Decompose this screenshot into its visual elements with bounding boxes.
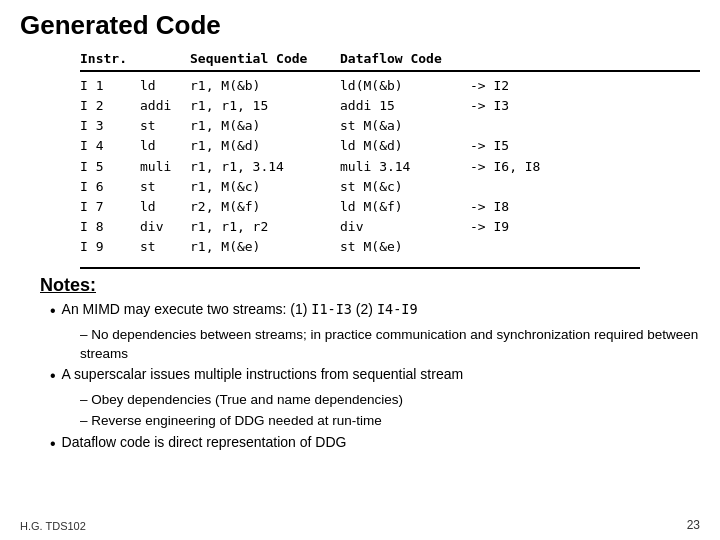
bullet-2: • A superscalar issues multiple instruct… bbox=[40, 365, 700, 387]
mono-2: I4-I9 bbox=[377, 301, 418, 317]
cell-instr: I 2 bbox=[80, 96, 140, 116]
cell-gap bbox=[320, 217, 340, 237]
cell-instr: I 6 bbox=[80, 177, 140, 197]
table-row: I 8 div r1, r1, r2 div -> I9 bbox=[80, 217, 700, 237]
cell-df-result: -> I5 bbox=[470, 136, 570, 156]
cell-seq-op: addi bbox=[140, 96, 190, 116]
cell-df-result bbox=[470, 177, 570, 197]
cell-gap bbox=[320, 116, 340, 136]
cell-seq-args: r1, M(&c) bbox=[190, 177, 320, 197]
bullet-dot-1: • bbox=[50, 300, 56, 322]
cell-seq-op: ld bbox=[140, 76, 190, 96]
cell-gap bbox=[320, 96, 340, 116]
cell-df-op: st M(&a) bbox=[340, 116, 470, 136]
col-header-seq-label: Sequential Code bbox=[190, 51, 320, 66]
bullet-1-text: An MIMD may execute two streams: (1) I1-… bbox=[62, 300, 418, 320]
footer-right: 23 bbox=[687, 518, 700, 532]
table-row: I 7 ld r2, M(&f) ld M(&f) -> I8 bbox=[80, 197, 700, 217]
cell-seq-args: r1, M(&a) bbox=[190, 116, 320, 136]
cell-df-result: -> I3 bbox=[470, 96, 570, 116]
cell-df-result: -> I2 bbox=[470, 76, 570, 96]
section-divider bbox=[80, 267, 640, 269]
cell-seq-args: r1, r1, 3.14 bbox=[190, 157, 320, 177]
col-header-seq bbox=[140, 51, 190, 66]
cell-df-result: -> I8 bbox=[470, 197, 570, 217]
table-header: Instr. Sequential Code Dataflow Code bbox=[80, 51, 700, 72]
table-row: I 9 st r1, M(&e) st M(&e) bbox=[80, 237, 700, 257]
cell-df-result: -> I9 bbox=[470, 217, 570, 237]
table-row: I 5 muli r1, r1, 3.14 muli 3.14 -> I6, I… bbox=[80, 157, 700, 177]
cell-gap bbox=[320, 76, 340, 96]
bullet-dot-3: • bbox=[50, 433, 56, 455]
cell-df-op: ld M(&d) bbox=[340, 136, 470, 156]
cell-instr: I 5 bbox=[80, 157, 140, 177]
cell-df-op: ld M(&f) bbox=[340, 197, 470, 217]
bullet-3: • Dataflow code is direct representation… bbox=[40, 433, 700, 455]
footer-left: H.G. TDS102 bbox=[20, 520, 86, 532]
table-row: I 4 ld r1, M(&d) ld M(&d) -> I5 bbox=[80, 136, 700, 156]
cell-df-op: addi 15 bbox=[340, 96, 470, 116]
table-row: I 2 addi r1, r1, 15 addi 15 -> I3 bbox=[80, 96, 700, 116]
bullet-1: • An MIMD may execute two streams: (1) I… bbox=[40, 300, 700, 322]
cell-seq-op: st bbox=[140, 237, 190, 257]
cell-seq-args: r2, M(&f) bbox=[190, 197, 320, 217]
cell-gap bbox=[320, 136, 340, 156]
notes-title: Notes: bbox=[40, 275, 700, 296]
cell-instr: I 1 bbox=[80, 76, 140, 96]
cell-gap bbox=[320, 237, 340, 257]
cell-seq-op: st bbox=[140, 177, 190, 197]
cell-seq-op: muli bbox=[140, 157, 190, 177]
cell-instr: I 4 bbox=[80, 136, 140, 156]
cell-seq-op: div bbox=[140, 217, 190, 237]
col-header-df: Dataflow Code bbox=[340, 51, 470, 66]
cell-instr: I 9 bbox=[80, 237, 140, 257]
page: Generated Code Instr. Sequential Code Da… bbox=[0, 0, 720, 540]
code-table: Instr. Sequential Code Dataflow Code I 1… bbox=[80, 51, 700, 257]
cell-df-result bbox=[470, 116, 570, 136]
cell-gap bbox=[320, 197, 340, 217]
cell-seq-op: ld bbox=[140, 197, 190, 217]
cell-seq-args: r1, r1, r2 bbox=[190, 217, 320, 237]
table-body: I 1 ld r1, M(&b) ld(M(&b) -> I2 I 2 addi… bbox=[80, 76, 700, 257]
table-row: I 3 st r1, M(&a) st M(&a) bbox=[80, 116, 700, 136]
page-title: Generated Code bbox=[20, 10, 700, 41]
cell-seq-args: r1, M(&d) bbox=[190, 136, 320, 156]
cell-seq-args: r1, M(&e) bbox=[190, 237, 320, 257]
cell-seq-args: r1, r1, 15 bbox=[190, 96, 320, 116]
cell-instr: I 3 bbox=[80, 116, 140, 136]
col-gap bbox=[320, 51, 340, 66]
sub-bullet-1-1: No dependencies between streams; in prac… bbox=[80, 326, 700, 364]
cell-df-op: st M(&c) bbox=[340, 177, 470, 197]
bullet-2-text: A superscalar issues multiple instructio… bbox=[62, 365, 464, 385]
notes-section: Notes: • An MIMD may execute two streams… bbox=[40, 275, 700, 455]
table-row: I 6 st r1, M(&c) st M(&c) bbox=[80, 177, 700, 197]
cell-gap bbox=[320, 157, 340, 177]
cell-df-op: ld(M(&b) bbox=[340, 76, 470, 96]
col-header-instr: Instr. bbox=[80, 51, 140, 66]
cell-df-op: st M(&e) bbox=[340, 237, 470, 257]
cell-df-op: div bbox=[340, 217, 470, 237]
cell-seq-op: st bbox=[140, 116, 190, 136]
sub-bullet-2-1: Obey dependencies (True and name depende… bbox=[80, 391, 700, 410]
cell-seq-op: ld bbox=[140, 136, 190, 156]
cell-seq-args: r1, M(&b) bbox=[190, 76, 320, 96]
cell-df-result bbox=[470, 237, 570, 257]
cell-df-result: -> I6, I8 bbox=[470, 157, 570, 177]
cell-df-op: muli 3.14 bbox=[340, 157, 470, 177]
cell-instr: I 7 bbox=[80, 197, 140, 217]
mono-1: I1-I3 bbox=[311, 301, 352, 317]
table-row: I 1 ld r1, M(&b) ld(M(&b) -> I2 bbox=[80, 76, 700, 96]
cell-gap bbox=[320, 177, 340, 197]
bullet-3-text: Dataflow code is direct representation o… bbox=[62, 433, 347, 453]
bullet-dot-2: • bbox=[50, 365, 56, 387]
cell-instr: I 8 bbox=[80, 217, 140, 237]
sub-bullet-2-2: Reverse engineering of DDG needed at run… bbox=[80, 412, 700, 431]
